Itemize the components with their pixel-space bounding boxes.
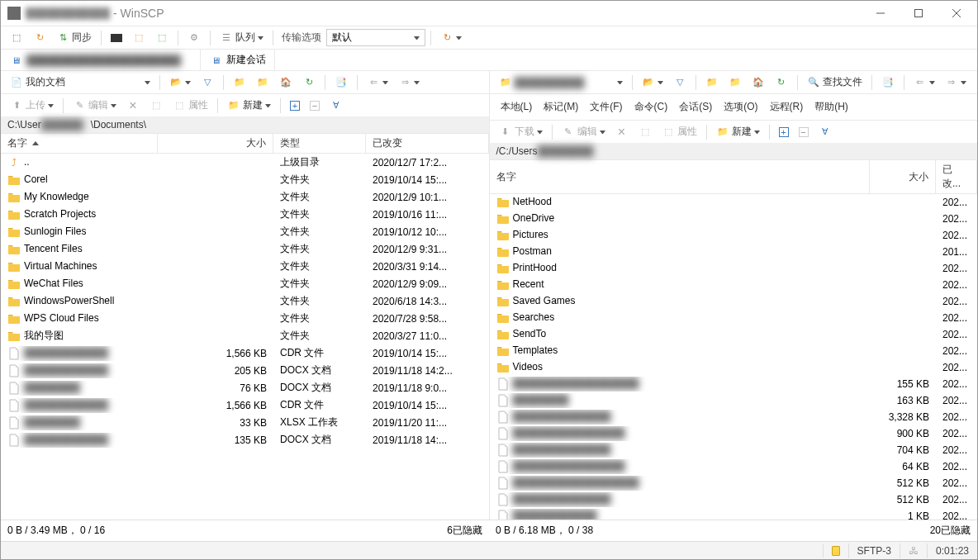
table-row[interactable]: ████████33 KBXLSX 工作表2019/11/20 11:... <box>1 414 489 431</box>
table-row[interactable]: Scratch Projects文件夹2019/10/16 11:... <box>1 206 489 223</box>
local-edit-button[interactable]: ✎编辑 <box>69 96 121 115</box>
menu-item[interactable]: 帮助(H) <box>809 97 854 116</box>
close-button[interactable] <box>938 1 976 26</box>
sync-button[interactable]: ⇅同步 <box>52 28 96 47</box>
table-row[interactable]: ████████████135 KBDOCX 文档2019/11/18 14:.… <box>1 431 489 448</box>
local-open-folder[interactable]: 📂 <box>165 74 195 92</box>
maximize-button[interactable] <box>900 1 938 26</box>
remote-misc-button[interactable]: ⬚ <box>634 123 656 141</box>
toolbar-btn-4[interactable] <box>107 31 126 45</box>
menu-item[interactable]: 会话(S) <box>673 97 718 116</box>
remote-file-list[interactable]: NetHood202...OneDrive202...Pictures202..… <box>490 194 978 520</box>
remote-fwd[interactable]: 📁 <box>724 74 746 92</box>
remote-new-button[interactable]: 📁新建 <box>712 122 764 141</box>
local-minus[interactable]: − <box>306 98 324 113</box>
table-row[interactable]: 我的导图文件夹2020/3/27 11:0... <box>1 327 489 344</box>
local-misc-button[interactable]: ⬚ <box>145 97 167 115</box>
table-row[interactable]: Searches202... <box>490 310 978 326</box>
table-row[interactable]: ██████████████████512 KB202... <box>490 475 978 491</box>
local-nav-back[interactable]: ⇐ <box>363 74 392 92</box>
remote-refresh[interactable]: ↻ <box>771 74 792 92</box>
table-row[interactable]: Postman201... <box>490 244 978 260</box>
menu-item[interactable]: 远程(R) <box>764 97 809 116</box>
table-row[interactable]: Pictures202... <box>490 227 978 244</box>
menu-item[interactable]: 本地(L) <box>495 97 539 116</box>
local-nav-fwd[interactable]: ⇒ <box>394 74 424 92</box>
table-row[interactable]: Videos202... <box>490 359 978 376</box>
table-row[interactable]: WPS Cloud Files文件夹2020/7/28 9:58... <box>1 310 489 327</box>
remote-minus[interactable]: − <box>795 125 813 140</box>
local-file-list[interactable]: ⤴..上级目录2020/12/7 17:2...Corel文件夹2019/10/… <box>1 154 489 520</box>
remote-edit-button[interactable]: ✎编辑 <box>558 122 610 141</box>
toolbar-btn-5[interactable]: ⬚ <box>128 29 150 47</box>
table-row[interactable]: My Knowledge文件夹2020/12/9 10:1... <box>1 188 489 206</box>
new-session-button[interactable]: 🖥 新建会话 <box>201 50 275 70</box>
upload-button[interactable]: ⬆上传 <box>6 96 58 115</box>
minimize-button[interactable] <box>862 1 900 26</box>
local-plus[interactable]: + <box>286 98 304 113</box>
table-row[interactable]: Sunlogin Files文件夹2019/10/12 10:... <box>1 223 489 240</box>
remote-props-button[interactable]: ⬚属性 <box>658 122 701 141</box>
col-name[interactable]: 名字 <box>1 134 158 153</box>
table-row[interactable]: Templates202... <box>490 343 978 359</box>
local-path[interactable]: C:\User ██████ \Documents\ <box>1 116 489 133</box>
local-props-button[interactable]: ⬚属性 <box>169 96 212 115</box>
remote-filter[interactable]: ▽ <box>669 74 691 92</box>
queue-button[interactable]: ☰队列 <box>216 28 268 47</box>
table-row[interactable]: Saved Games202... <box>490 293 978 310</box>
col-changed[interactable]: 已改变 <box>366 134 489 153</box>
transfer-mode-combo[interactable]: 默认 <box>326 29 425 46</box>
table-row[interactable]: Virtual Machines文件夹2020/3/31 9:14... <box>1 258 489 275</box>
local-refresh[interactable]: ↻ <box>298 74 320 92</box>
table-row[interactable]: ████████163 KB202... <box>490 392 978 409</box>
local-delete-button[interactable]: × <box>122 97 144 115</box>
table-row[interactable]: ████████████1,566 KBCDR 文件2019/10/14 15:… <box>1 396 489 414</box>
remote-delete-button[interactable]: × <box>611 123 633 141</box>
remote-drive-combo[interactable]: 📁 ██████████ <box>495 74 627 92</box>
table-row[interactable]: ████████████████900 KB202... <box>490 425 978 442</box>
remote-nav-fwd[interactable]: ⇒ <box>941 74 971 92</box>
remote-open-folder[interactable]: 📂 <box>638 74 667 92</box>
local-home[interactable]: 🏠 <box>275 74 297 92</box>
remote-plus[interactable]: + <box>775 125 793 140</box>
local-drive-combo[interactable]: 📄 我的文档 <box>6 73 154 92</box>
table-row[interactable]: NetHood202... <box>490 194 978 211</box>
find-files-button[interactable]: 🔍查找文件 <box>803 73 866 92</box>
menu-item[interactable]: 标记(M) <box>538 97 584 116</box>
table-row[interactable]: ██████████████704 KB202... <box>490 442 978 458</box>
col-type[interactable]: 类型 <box>273 134 366 153</box>
remote-select[interactable]: ∀ <box>814 123 836 141</box>
remote-home[interactable]: 🏠 <box>748 74 769 92</box>
menu-item[interactable]: 选项(O) <box>718 97 763 116</box>
local-back[interactable]: 📁 <box>229 74 250 92</box>
remote-bookmark[interactable]: 📑 <box>877 74 899 92</box>
toolbar-btn-1[interactable]: ⬚ <box>6 29 27 47</box>
table-row[interactable]: Recent202... <box>490 277 978 293</box>
remote-path[interactable]: /C:/Users ████████ <box>490 143 978 159</box>
local-fwd[interactable]: 📁 <box>252 74 273 92</box>
table-row[interactable]: ████████████████64 KB202... <box>490 458 978 475</box>
local-new-button[interactable]: 📁新建 <box>223 96 275 115</box>
menu-item[interactable]: 文件(F) <box>584 97 628 116</box>
table-row[interactable]: ██████████████3,328 KB202... <box>490 409 978 425</box>
rcol-size[interactable]: 大小 <box>870 160 936 193</box>
table-row[interactable]: SendTo202... <box>490 326 978 343</box>
table-row[interactable]: PrintHood202... <box>490 260 978 277</box>
toolbar-btn-2[interactable]: ↻ <box>29 29 50 47</box>
menu-item[interactable]: 命令(C) <box>629 97 674 116</box>
toolbar-btn-gear[interactable]: ⚙ <box>183 29 205 47</box>
table-row[interactable]: ████████████1,566 KBCDR 文件2019/10/14 15:… <box>1 344 489 362</box>
remote-back[interactable]: 📁 <box>701 74 723 92</box>
table-row[interactable]: Tencent Files文件夹2020/12/9 9:31... <box>1 240 489 258</box>
table-row[interactable]: ██████████████████155 KB202... <box>490 376 978 392</box>
session-tab-active[interactable]: 🖥 ██████████████████████ <box>1 50 201 70</box>
toolbar-btn-refresh[interactable]: ↻ <box>436 29 466 47</box>
table-row[interactable]: ████████76 KBDOCX 文档2019/11/18 9:0... <box>1 379 489 396</box>
table-row[interactable]: OneDrive202... <box>490 211 978 227</box>
table-row[interactable]: ⤴..上级目录2020/12/7 17:2... <box>1 154 489 171</box>
download-button[interactable]: ⬇下载 <box>495 122 547 141</box>
table-row[interactable]: ██████████████512 KB202... <box>490 491 978 508</box>
table-row[interactable]: WeChat Files文件夹2020/12/9 9:09... <box>1 275 489 292</box>
remote-nav-back[interactable]: ⇐ <box>909 74 939 92</box>
local-select[interactable]: ∀ <box>325 97 347 115</box>
